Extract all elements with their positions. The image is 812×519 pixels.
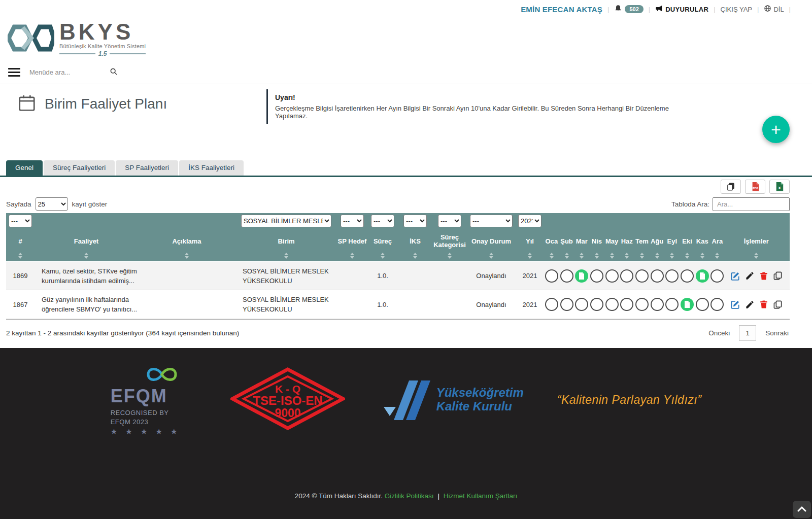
month-empty-circle[interactable]	[696, 298, 709, 311]
terms-link[interactable]: Hizmet Kullanım Şartları	[444, 492, 518, 500]
search-icon[interactable]	[110, 67, 118, 78]
column-header-surec-kategorisi[interactable]: Süreç Kategorisi	[432, 229, 467, 261]
pencil-icon[interactable]	[745, 300, 755, 309]
column-header-id[interactable]: #	[6, 229, 35, 261]
month-empty-circle[interactable]	[590, 298, 603, 311]
month-empty-circle[interactable]	[620, 298, 633, 311]
current-page-button[interactable]: 1	[739, 325, 756, 341]
topbar: EMİN EFECAN AKTAŞ | 502 | DUYURULAR | ÇI…	[0, 0, 812, 18]
filter-select-surec[interactable]: ---	[371, 215, 394, 227]
copy-export-button[interactable]	[721, 180, 741, 194]
column-header-onay-durum[interactable]: Onay Durum	[467, 229, 516, 261]
filter-select-iks[interactable]: ---	[403, 215, 427, 227]
tab-iks-faaliyetleri[interactable]: İKS Faaliyetleri	[179, 160, 244, 176]
filter-select-onay-durum[interactable]: ---	[470, 215, 513, 227]
column-header-islemler[interactable]: İşlemler	[725, 229, 788, 261]
language-link[interactable]: DİL	[764, 5, 784, 14]
month-filled-circle[interactable]	[575, 269, 588, 283]
month-empty-circle[interactable]	[681, 269, 694, 283]
announcements-link[interactable]: DUYURULAR	[655, 5, 708, 14]
filter-select-birim[interactable]: SOSYAL BİLİMLER MESLEK Y	[241, 215, 331, 227]
month-empty-circle[interactable]	[590, 269, 603, 283]
tab-sp-faaliyetleri[interactable]: SP Faaliyetleri	[116, 160, 178, 176]
scroll-to-top-button[interactable]	[793, 501, 811, 518]
privacy-policy-link[interactable]: Gizlilik Politikası	[385, 492, 434, 500]
edit-square-icon[interactable]	[730, 271, 740, 281]
month-empty-circle[interactable]	[620, 269, 633, 283]
brand-subtitle: Bütünleşik Kalite Yönetim Sistemi	[59, 43, 146, 49]
column-header-faaliyet[interactable]: Faaliyet	[35, 229, 138, 261]
notification-count-badge[interactable]: 502	[625, 5, 643, 13]
trash-icon[interactable]	[759, 299, 768, 309]
hamburger-menu-icon[interactable]	[8, 66, 20, 79]
month-empty-circle[interactable]	[665, 269, 679, 283]
month-empty-circle[interactable]	[651, 269, 664, 283]
month-empty-circle[interactable]	[605, 269, 619, 283]
month-empty-circle[interactable]	[545, 269, 558, 283]
svg-text:K - Q: K - Q	[275, 383, 300, 395]
tab-surec-faaliyetleri[interactable]: Süreç Faaliyetleri	[44, 160, 115, 176]
add-record-button[interactable]: +	[762, 116, 790, 143]
column-header-month-haz[interactable]: Haz	[619, 229, 634, 261]
column-header-month-tem[interactable]: Tem	[634, 229, 650, 261]
duplicate-icon[interactable]	[773, 271, 783, 281]
month-empty-circle[interactable]	[710, 269, 724, 283]
month-empty-circle[interactable]	[635, 269, 649, 283]
filter-select-surec-kategorisi[interactable]: ---	[438, 215, 461, 227]
notifications-button[interactable]: 502	[614, 5, 643, 14]
table-search-input[interactable]	[713, 197, 790, 211]
month-filled-circle[interactable]	[681, 298, 694, 311]
trash-icon[interactable]	[759, 271, 768, 281]
column-header-birim[interactable]: Birim	[235, 229, 337, 261]
column-header-surec[interactable]: Süreç	[367, 229, 398, 261]
filter-select-yil[interactable]: 2021	[518, 215, 542, 227]
duplicate-icon[interactable]	[773, 300, 783, 309]
month-empty-circle[interactable]	[545, 298, 558, 311]
column-header-sp-hedef[interactable]: SP Hedef	[337, 229, 367, 261]
column-header-aciklama[interactable]: Açıklama	[138, 229, 235, 261]
column-header-yil[interactable]: Yıl	[516, 229, 544, 261]
row-onay-durum: Onaylandı	[467, 272, 516, 280]
page-size-select[interactable]: 25	[36, 197, 68, 211]
column-header-month-mar[interactable]: Mar	[574, 229, 589, 261]
month-empty-circle[interactable]	[560, 269, 573, 283]
month-empty-circle[interactable]	[651, 298, 664, 311]
excel-export-button[interactable]: x	[769, 180, 790, 194]
previous-page-button[interactable]: Önceki	[708, 329, 730, 337]
column-header-month-ara[interactable]: Ara	[710, 229, 725, 261]
month-empty-circle[interactable]	[605, 298, 619, 311]
footer: EFQM RECOGNISED BY EFQM 2023 ★ ★ ★ ★ ★ K…	[0, 348, 812, 519]
column-header-month-may[interactable]: May	[604, 229, 620, 261]
separator: |	[607, 6, 609, 13]
filter-select-sp-hedef[interactable]: ---	[341, 215, 364, 227]
month-filled-circle[interactable]	[696, 269, 709, 283]
column-header-month-ağu[interactable]: Ağu	[650, 229, 665, 261]
brand-logo-block[interactable]: BKYS Bütünleşik Kalite Yönetim Sistemi 1…	[0, 18, 812, 61]
month-empty-circle[interactable]	[575, 298, 588, 311]
row-yil: 2021	[516, 301, 544, 308]
pencil-icon[interactable]	[745, 271, 755, 281]
column-header-month-şub[interactable]: Şub	[559, 229, 574, 261]
next-page-button[interactable]: Sonraki	[765, 329, 789, 337]
language-label: DİL	[773, 6, 784, 13]
column-header-iks[interactable]: İKS	[398, 229, 432, 261]
month-empty-circle[interactable]	[635, 298, 649, 311]
separator: |	[649, 6, 650, 13]
column-header-month-kas[interactable]: Kas	[695, 229, 710, 261]
tab-genel[interactable]: Genel	[6, 160, 43, 176]
column-header-month-eyl[interactable]: Eyl	[665, 229, 680, 261]
yokak-line2: Kalite Kurulu	[436, 399, 524, 413]
column-header-month-eki[interactable]: Eki	[680, 229, 695, 261]
column-header-month-nis[interactable]: Nis	[589, 229, 604, 261]
pdf-export-button[interactable]: PDF	[745, 180, 765, 194]
logout-link[interactable]: ÇIKIŞ YAP	[721, 6, 752, 13]
column-header-month-oca[interactable]: Oca	[544, 229, 559, 261]
filter-select-1[interactable]: ---	[9, 215, 32, 227]
month-empty-circle[interactable]	[710, 298, 724, 311]
month-empty-circle[interactable]	[560, 298, 573, 311]
menu-search-input[interactable]	[29, 68, 100, 76]
month-empty-circle[interactable]	[665, 298, 679, 311]
calendar-icon	[17, 93, 37, 115]
edit-square-icon[interactable]	[730, 299, 740, 309]
copyright-bar: 2024 © Tüm Hakları Saklıdır. Gizlilik Po…	[0, 492, 812, 500]
